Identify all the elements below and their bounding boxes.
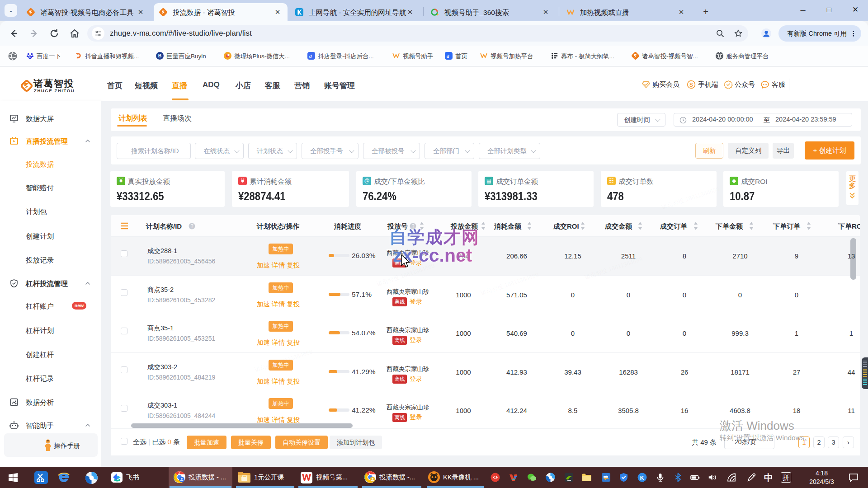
svg-text:d: d	[447, 54, 449, 59]
svg-text:B: B	[158, 53, 162, 58]
svg-text:du: du	[29, 56, 32, 58]
svg-text:d: d	[309, 54, 312, 59]
svg-text:S: S	[689, 82, 693, 88]
svg-text:?: ?	[191, 224, 193, 229]
svg-text:K: K	[640, 474, 645, 481]
